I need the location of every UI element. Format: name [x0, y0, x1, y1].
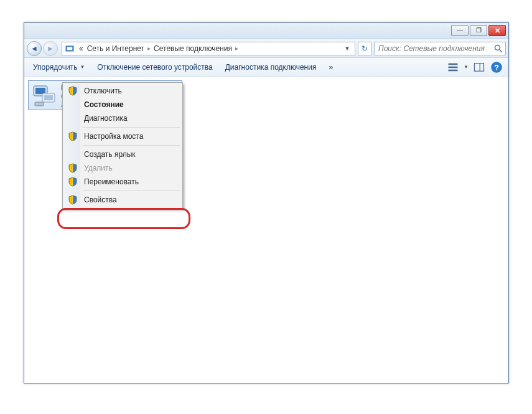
breadcrumb-prefix[interactable]: «: [77, 42, 85, 55]
svg-rect-17: [73, 132, 73, 141]
diagnose-connection-button[interactable]: Диагностика подключения: [222, 60, 320, 74]
menu-item-label: Состояние: [84, 100, 124, 109]
svg-rect-20: [73, 195, 73, 204]
view-options-button[interactable]: [446, 61, 460, 73]
breadcrumb-seg-connections[interactable]: Сетевые подключения: [152, 42, 234, 55]
menu-item-удалить: Удалить: [64, 161, 181, 175]
address-bar[interactable]: « Сеть и Интернет ▸ Сетевые подключения …: [62, 42, 355, 55]
uac-shield-icon: [68, 195, 78, 205]
forward-button[interactable]: ►: [43, 41, 58, 56]
menu-item-состояние[interactable]: Состояние: [64, 98, 181, 111]
back-button[interactable]: ◄: [27, 41, 42, 56]
uac-shield-icon: [68, 131, 78, 141]
uac-shield-icon: [68, 177, 78, 187]
navigation-bar: ◄ ► « Сеть и Интернет ▸ Сетевые подключе…: [24, 39, 508, 58]
menu-item-свойства[interactable]: Свойства: [64, 193, 181, 207]
toolbar-overflow[interactable]: »: [325, 60, 337, 74]
search-box[interactable]: [374, 42, 506, 55]
uac-shield-icon: [68, 86, 78, 96]
titlebar[interactable]: — ❐ ✕: [24, 23, 508, 39]
menu-item-label: Настройка моста: [84, 132, 143, 141]
breadcrumb-sep-icon[interactable]: ▸: [146, 45, 152, 52]
menu-item-label: Свойства: [84, 195, 117, 204]
organize-label: Упорядочить: [33, 63, 77, 72]
uac-shield-icon: [68, 163, 78, 173]
svg-rect-18: [73, 164, 73, 172]
svg-rect-1: [67, 47, 72, 50]
menu-separator: [83, 127, 180, 128]
network-adapter-icon: [31, 83, 57, 108]
close-button[interactable]: ✕: [488, 25, 506, 36]
menu-item-отключить[interactable]: Отключить: [64, 84, 181, 98]
maximize-button[interactable]: ❐: [470, 25, 487, 36]
disable-device-button[interactable]: Отключение сетевого устройства: [93, 60, 216, 74]
chevron-down-icon[interactable]: ▼: [464, 64, 469, 70]
address-dropdown-icon[interactable]: ▼: [342, 45, 352, 52]
menu-item-label: Диагностика: [84, 114, 128, 123]
menu-item-label: Удалить: [84, 164, 113, 172]
svg-rect-7: [475, 63, 484, 71]
svg-line-3: [500, 50, 502, 52]
svg-rect-6: [449, 69, 458, 71]
search-icon[interactable]: [493, 44, 503, 54]
help-button[interactable]: ?: [490, 61, 503, 73]
svg-rect-16: [73, 87, 73, 95]
breadcrumb-sep-icon[interactable]: ▸: [234, 45, 240, 52]
svg-rect-19: [73, 177, 73, 186]
svg-point-2: [495, 45, 500, 50]
menu-item-диагностика[interactable]: Диагностика: [64, 111, 181, 125]
network-location-icon: [65, 44, 75, 54]
svg-rect-14: [44, 95, 53, 100]
menu-separator: [83, 191, 180, 191]
chevron-down-icon: ▼: [80, 64, 85, 70]
svg-rect-4: [449, 63, 458, 65]
menu-item-label: Переименовать: [84, 177, 139, 186]
preview-pane-button[interactable]: [472, 61, 486, 73]
svg-rect-15: [35, 102, 44, 106]
context-menu: ОтключитьСостояниеДиагностикаНастройка м…: [62, 82, 183, 209]
organize-menu[interactable]: Упорядочить ▼: [29, 60, 88, 74]
menu-separator: [83, 145, 180, 146]
window-controls: — ❐ ✕: [451, 25, 506, 36]
refresh-button[interactable]: ↻: [358, 42, 371, 55]
menu-item-настройка-моста[interactable]: Настройка моста: [64, 129, 181, 143]
svg-rect-5: [449, 66, 458, 68]
svg-text:?: ?: [494, 64, 499, 72]
menu-item-переименовать[interactable]: Переименовать: [64, 175, 181, 189]
search-input[interactable]: [375, 42, 505, 55]
command-bar: Упорядочить ▼ Отключение сетевого устрой…: [24, 58, 508, 77]
menu-item-создать-ярлык[interactable]: Создать ярлык: [64, 148, 181, 161]
breadcrumb-seg-network[interactable]: Сеть и Интернет: [85, 42, 146, 55]
menu-item-label: Отключить: [84, 87, 122, 95]
minimize-button[interactable]: —: [451, 25, 469, 36]
menu-item-label: Создать ярлык: [84, 150, 136, 159]
